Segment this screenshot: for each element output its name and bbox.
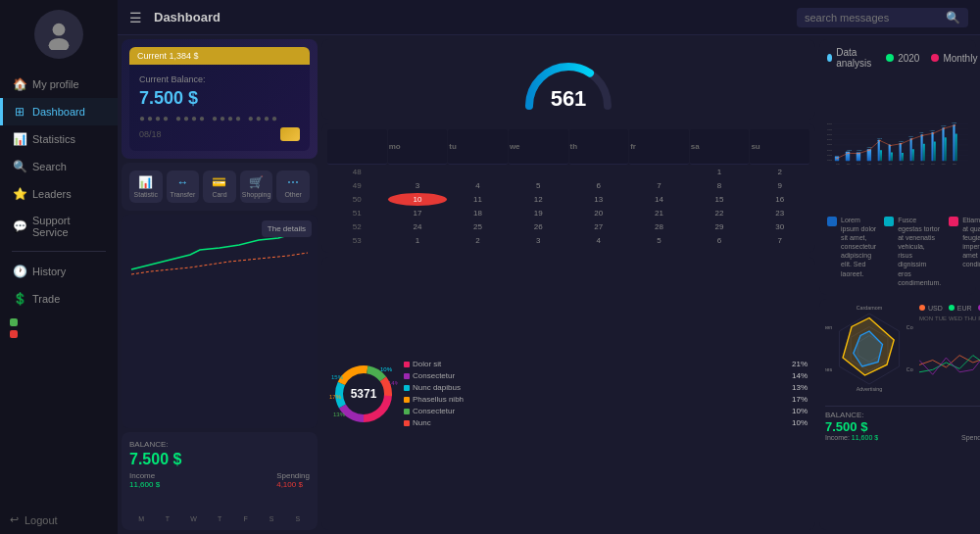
cal-day[interactable]: 3 [509,234,568,247]
cal-day[interactable]: 1 [690,166,750,178]
cal-day[interactable]: 26 [509,220,568,233]
card-top-label: Current 1,384 $ [129,47,310,65]
svg-text:+985: +985 [919,131,923,133]
sidebar-item-leaders[interactable]: ⭐ Leaders [0,180,118,208]
qa-card-btn[interactable]: 💳 Card [203,170,236,203]
svg-text:Aldermen: Aldermen [825,324,832,330]
cal-day[interactable]: 8 [690,179,750,192]
sidebar-item-history[interactable]: 🕐 History [0,258,118,285]
cal-day[interactable] [388,166,448,178]
filter-data-analysis[interactable]: Data analysis [827,47,874,69]
cal-day[interactable]: 25 [448,220,508,233]
donut-pct-6: 10% [792,418,808,427]
cal-day[interactable]: 13 [569,193,629,206]
cal-day[interactable]: 5 [629,234,689,247]
cal-day[interactable]: 14 [629,193,689,206]
cal-day[interactable]: 3 [388,179,448,192]
svg-text:15%: 15% [331,374,344,380]
cal-day[interactable]: 2 [750,166,809,178]
calendar-widget: mo tu we th fr sa su 48 1 2 49 3 [321,123,815,253]
cal-day[interactable]: 24 [388,220,448,233]
logout-button[interactable]: ↩ Logout [0,506,118,534]
cal-day[interactable]: 1 [388,234,448,247]
qa-other-btn[interactable]: ⋯ Other [276,170,310,203]
cal-day[interactable]: 11 [448,193,508,206]
legend-swatch-1 [827,217,837,226]
svg-text:3000: 3000 [827,149,833,151]
legend-text-3: Etiam velit dui at quam feugiat imperdie… [962,216,980,269]
cal-day[interactable]: 2 [448,234,508,247]
sidebar-item-statistics[interactable]: 📊 Statistics [0,125,118,153]
bar-f: F [233,515,258,522]
cal-day[interactable] [629,166,689,178]
user-avatar-icon [43,19,74,50]
sidebar-item-search[interactable]: 🔍 Search [0,153,118,180]
search-input[interactable] [805,12,942,24]
cal-day[interactable] [448,166,508,178]
cal-week-52: 52 [327,220,387,233]
sidebar-item-my-profile[interactable]: 🏠 My profile [0,71,118,98]
cal-day[interactable] [509,166,568,178]
cal-day[interactable]: 4 [448,179,508,192]
shopping-icon: 🛒 [249,175,264,189]
line-chart-legend: USD EUR JPY [919,305,980,312]
bar-s2: S [285,515,310,522]
cal-day[interactable]: 16 [750,193,809,206]
income-spending-mini: Income: 11,600 $ Spending: 4,100$ [825,434,980,441]
filter-year[interactable]: 2020 [886,53,919,64]
cal-day[interactable]: 12 [509,193,568,206]
cal-day[interactable]: 18 [448,207,508,219]
cal-day-today[interactable]: 10 [388,193,448,206]
cal-day[interactable]: 28 [629,220,689,233]
cal-day[interactable]: 22 [690,207,750,219]
cal-day[interactable]: 7 [750,234,809,247]
qa-statistic-btn[interactable]: 📊 Statistic [129,170,163,203]
donut-label-2: Consectetur [413,371,455,380]
cal-day[interactable]: 30 [750,220,809,233]
svg-text:Cardamom: Cardamom [857,305,883,311]
balance-bottom-amount: 7.500 $ [129,451,310,468]
sidebar-item-label: History [32,266,66,277]
filter-dot-2 [886,54,894,62]
search-submit-icon[interactable]: 🔍 [946,11,960,24]
cal-day[interactable]: 15 [690,193,750,206]
balance-bottom-label: BALANCE: [129,440,310,449]
svg-text:Mar: Mar [857,163,860,166]
donut-legend-phasellus: Phasellus nibh 17% [404,395,808,404]
sidebar-item-label: Trade [32,293,60,305]
sidebar-item-support[interactable]: 💬 Support Service [0,208,118,245]
qa-shopping-btn[interactable]: 🛒 Shopping [240,170,273,203]
donut-pct-1: 21% [792,360,808,368]
radar-balance-panel: Cardamom Contributor Consumer Advertisin… [819,299,980,530]
svg-text:Contributor: Contributor [906,324,913,330]
details-button[interactable]: The details [262,220,312,237]
sidebar-item-trade[interactable]: 💲 Trade [0,285,118,313]
donut-pct-4: 17% [792,395,808,404]
menu-icon[interactable]: ☰ [129,10,142,25]
svg-point-64 [879,140,880,141]
legend-label-usd: USD [928,305,943,312]
donut-label-1: Dolor sit [413,360,441,368]
cal-day[interactable]: 27 [569,220,629,233]
svg-text:Nov: Nov [942,163,947,165]
cal-day[interactable]: 20 [569,207,629,219]
cal-day[interactable]: 19 [509,207,568,219]
cal-day[interactable]: 21 [629,207,689,219]
filter-period[interactable]: Monthly [931,53,977,64]
cal-day[interactable]: 29 [690,220,750,233]
cal-day[interactable]: 23 [750,207,809,219]
svg-text:Jun: Jun [889,163,893,165]
cal-day[interactable] [569,166,629,178]
cal-day[interactable]: 9 [750,179,809,192]
legend-dot-usd [919,305,925,311]
sidebar-item-dashboard[interactable]: ⊞ Dashboard [0,98,118,125]
cal-header-th: th [569,129,629,165]
cal-day[interactable]: 4 [569,234,629,247]
gauge-widget: 561 [321,39,815,120]
cal-day[interactable]: 6 [569,179,629,192]
cal-day[interactable]: 5 [509,179,568,192]
qa-transfer-btn[interactable]: ↔ Transfer [167,170,200,203]
cal-day[interactable]: 7 [629,179,689,192]
cal-day[interactable]: 6 [690,234,750,247]
cal-day[interactable]: 17 [388,207,448,219]
